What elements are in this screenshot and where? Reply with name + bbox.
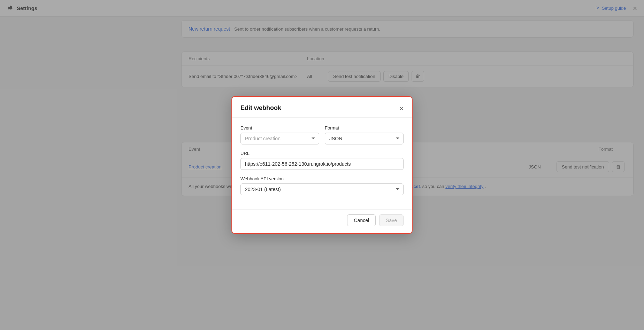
save-button[interactable]: Save bbox=[379, 214, 404, 226]
form-row-event-format: Event Product creation Format JSON XML bbox=[240, 125, 404, 144]
form-group-url: URL bbox=[240, 151, 404, 170]
form-group-format: Format JSON XML bbox=[325, 125, 404, 144]
modal-header: Edit webhook × bbox=[232, 97, 412, 118]
modal-title: Edit webhook bbox=[240, 104, 281, 112]
format-label: Format bbox=[325, 125, 404, 131]
cancel-button[interactable]: Cancel bbox=[347, 214, 376, 226]
event-select[interactable]: Product creation bbox=[240, 133, 319, 144]
edit-webhook-modal: Edit webhook × Event Product creation Fo… bbox=[231, 96, 413, 234]
form-group-api-version: Webhook API version 2023-01 (Latest) 202… bbox=[240, 176, 404, 195]
api-version-label: Webhook API version bbox=[240, 176, 404, 181]
form-group-event: Event Product creation bbox=[240, 125, 319, 144]
format-select[interactable]: JSON XML bbox=[325, 133, 404, 144]
event-label: Event bbox=[240, 125, 319, 131]
url-label: URL bbox=[240, 151, 404, 156]
url-input[interactable] bbox=[240, 158, 404, 170]
modal-close-button[interactable]: × bbox=[399, 105, 404, 112]
api-version-select[interactable]: 2023-01 (Latest) 2022-10 2022-07 bbox=[240, 183, 404, 195]
modal-body: Event Product creation Format JSON XML U… bbox=[232, 118, 412, 209]
modal-footer: Cancel Save bbox=[232, 209, 412, 233]
